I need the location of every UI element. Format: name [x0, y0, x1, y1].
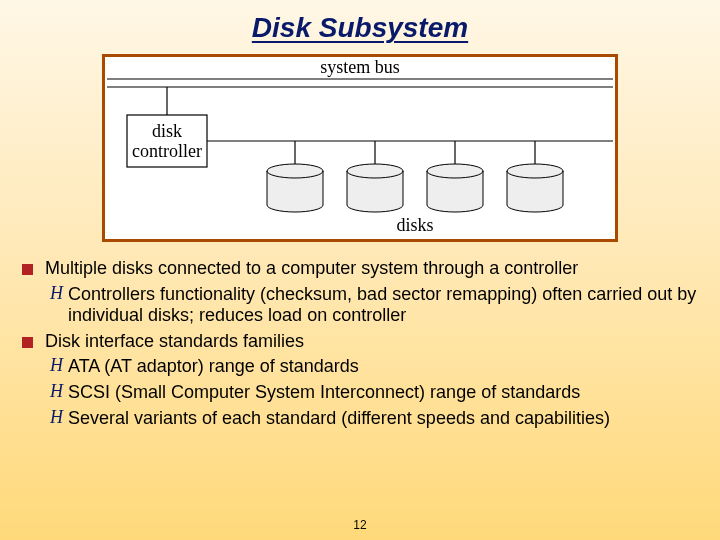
square-bullet-icon [22, 337, 33, 348]
bullet-level2: H ATA (AT adaptor) range of standards [50, 356, 698, 378]
disk-controller-label-1: disk [152, 121, 182, 141]
bullet-level2: H Controllers functionality (checksum, b… [50, 284, 698, 327]
bullet-level1: Multiple disks connected to a computer s… [22, 258, 698, 280]
disk-2 [347, 141, 403, 212]
bullet-level2: H SCSI (Small Computer System Interconne… [50, 382, 698, 404]
disk-3 [427, 141, 483, 212]
script-h-icon: H [50, 284, 68, 327]
disk-controller-label-2: controller [132, 141, 202, 161]
disk-subsystem-diagram: system bus disk controller [105, 57, 615, 239]
slide-title: Disk Subsystem [0, 0, 720, 44]
script-h-icon: H [50, 382, 68, 404]
page-number: 12 [0, 518, 720, 532]
disk-4 [507, 141, 563, 212]
disk-1 [267, 141, 323, 212]
bullet-text: SCSI (Small Computer System Interconnect… [68, 382, 698, 404]
bullet-text: Controllers functionality (checksum, bad… [68, 284, 698, 327]
script-h-icon: H [50, 356, 68, 378]
bullet-level2: H Several variants of each standard (dif… [50, 408, 698, 430]
diagram-frame: system bus disk controller [102, 54, 618, 242]
system-bus-label: system bus [320, 57, 400, 77]
script-h-icon: H [50, 408, 68, 430]
bullet-level1: Disk interface standards families [22, 331, 698, 353]
bullet-text: Multiple disks connected to a computer s… [45, 258, 698, 280]
bullet-text: ATA (AT adaptor) range of standards [68, 356, 698, 378]
disks-label: disks [396, 215, 433, 235]
bullet-text: Several variants of each standard (diffe… [68, 408, 698, 430]
square-bullet-icon [22, 264, 33, 275]
bullet-text: Disk interface standards families [45, 331, 698, 353]
bullet-content: Multiple disks connected to a computer s… [22, 258, 698, 433]
